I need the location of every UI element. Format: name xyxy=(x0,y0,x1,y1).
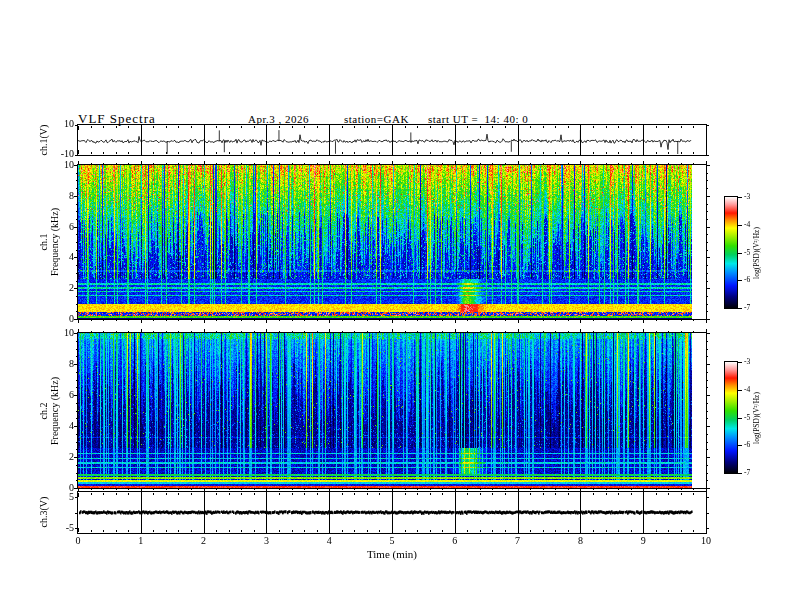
x-tick-label: 4 xyxy=(316,535,342,546)
vlf-spectra-figure: VLF Spectra Apr.3 , 2026 station=GAK sta… xyxy=(0,0,792,612)
x-tick-label: 8 xyxy=(567,535,593,546)
x-tick-label: 10 xyxy=(693,535,719,546)
x-tick-label: 2 xyxy=(191,535,217,546)
y-tick-label: -10 xyxy=(44,148,74,159)
y-tick-label: 4 xyxy=(44,251,74,262)
y-tick-label: 2 xyxy=(44,451,74,462)
colorbar-ch1-label: log(PSD)(V²/Hz) xyxy=(752,198,762,308)
y-tick-label: 10 xyxy=(44,327,74,338)
colorbar-tick-label: -6 xyxy=(744,440,750,449)
colorbar-tick-label: -5 xyxy=(744,413,750,422)
colorbar-tick-label: -5 xyxy=(744,248,750,257)
y-tick-label: 2 xyxy=(44,282,74,293)
colorbar-tick-label: -7 xyxy=(744,468,750,477)
y-tick-label: 10 xyxy=(44,118,74,129)
y-tick-label: 8 xyxy=(44,358,74,369)
y-tick-label: 6 xyxy=(44,389,74,400)
colorbar-ch2-label: log(PSD)(V²/Hz) xyxy=(752,363,762,473)
y-tick-label: 6 xyxy=(44,221,74,232)
y-tick-label: 5 xyxy=(44,491,74,502)
colorbar-tick-label: -3 xyxy=(744,192,750,201)
x-tick-label: 5 xyxy=(379,535,405,546)
y-tick-label: 8 xyxy=(44,190,74,201)
colorbar-ch1 xyxy=(724,196,738,309)
colorbar-tick-label: -6 xyxy=(744,275,750,284)
x-tick-label: 6 xyxy=(442,535,468,546)
x-tick-label: 1 xyxy=(128,535,154,546)
x-tick-label: 9 xyxy=(630,535,656,546)
y-tick-label: -5 xyxy=(44,522,74,533)
time-axis-label: Time (min) xyxy=(322,548,462,560)
y-tick-label: 4 xyxy=(44,420,74,431)
x-tick-label: 3 xyxy=(253,535,279,546)
colorbar-ch2 xyxy=(724,361,738,474)
axes-ticks-layer xyxy=(0,0,792,612)
colorbar-tick-label: -4 xyxy=(744,385,750,394)
colorbar-tick-label: -4 xyxy=(744,220,750,229)
y-tick-label: 10 xyxy=(44,159,74,170)
colorbar-tick-label: -7 xyxy=(744,303,750,312)
x-tick-label: 7 xyxy=(505,535,531,546)
y-tick-label: 0 xyxy=(44,313,74,324)
colorbar-tick-label: -3 xyxy=(744,357,750,366)
x-tick-label: 0 xyxy=(65,535,91,546)
